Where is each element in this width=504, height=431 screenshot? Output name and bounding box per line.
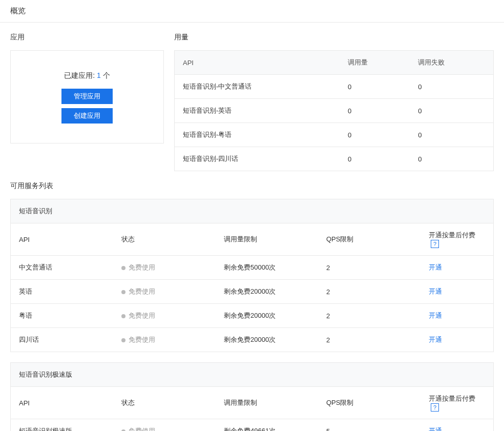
service-group: 短语音识别 API 状态 调用量限制 QPS限制 开通按量后付费? 中文普通话 … (10, 199, 494, 352)
service-cell-action: 开通 (421, 304, 493, 328)
usage-cell-fails: 0 (410, 75, 493, 99)
service-cell-action: 开通 (421, 256, 493, 280)
help-icon[interactable]: ? (431, 240, 439, 248)
service-row: 中文普通话 免费使用 剩余免费50000次 2 开通 (11, 256, 493, 280)
status-dot-icon (121, 429, 125, 431)
page-title: 概览 (0, 0, 504, 23)
service-row: 四川话 免费使用 剩余免费20000次 2 开通 (11, 328, 493, 352)
open-link[interactable]: 开通 (429, 263, 442, 271)
status-text: 免费使用 (129, 312, 155, 319)
status-text: 免费使用 (129, 263, 155, 271)
service-table: API 状态 调用量限制 QPS限制 开通按量后付费? 短语音识别极速版 免费使… (11, 387, 493, 431)
service-group-title: 短语音识别 (11, 199, 493, 223)
service-table: API 状态 调用量限制 QPS限制 开通按量后付费? 中文普通话 免费使用 剩… (11, 223, 493, 352)
usage-cell-fails: 0 (410, 99, 493, 123)
app-count: 已建应用: 1 个 (21, 71, 153, 80)
usage-section-label: 用量 (174, 33, 494, 42)
service-header-qps: QPS限制 (318, 387, 421, 419)
service-cell-limit: 剩余免费50000次 (216, 256, 318, 280)
service-cell-api: 英语 (11, 280, 113, 304)
service-cell-qps: 2 (318, 256, 421, 280)
usage-header-calls: 调用量 (340, 51, 410, 75)
service-header-status: 状态 (113, 223, 216, 256)
service-header-limit: 调用量限制 (216, 223, 318, 256)
usage-cell-api: 短语音识别-英语 (175, 99, 340, 123)
service-cell-action: 开通 (421, 328, 493, 352)
service-cell-qps: 2 (318, 304, 421, 328)
service-header-postpay: 开通按量后付费? (421, 387, 493, 419)
service-cell-status: 免费使用 (113, 280, 216, 304)
manage-app-button[interactable]: 管理应用 (61, 89, 113, 104)
usage-header-fails: 调用失败 (410, 51, 493, 75)
usage-row: 短语音识别-粤语 0 0 (175, 123, 494, 147)
usage-cell-api: 短语音识别-中文普通话 (175, 75, 340, 99)
app-section-label: 应用 (10, 33, 164, 42)
service-cell-api: 短语音识别极速版 (11, 419, 113, 432)
service-cell-qps: 2 (318, 280, 421, 304)
service-cell-api: 粤语 (11, 304, 113, 328)
usage-cell-calls: 0 (340, 75, 410, 99)
service-row: 粤语 免费使用 剩余免费20000次 2 开通 (11, 304, 493, 328)
status-text: 免费使用 (129, 336, 155, 343)
open-link[interactable]: 开通 (429, 336, 442, 343)
service-header-status: 状态 (113, 387, 216, 419)
app-count-label: 已建应用: (64, 71, 95, 79)
service-cell-limit: 剩余免费20000次 (216, 304, 318, 328)
status-text: 免费使用 (129, 288, 155, 295)
service-cell-action: 开通 (421, 280, 493, 304)
status-text: 免费使用 (129, 427, 155, 431)
usage-table: API 调用量 调用失败 短语音识别-中文普通话 0 0 短语音识别-英语 0 … (174, 50, 494, 171)
service-cell-limit: 剩余免费20000次 (216, 280, 318, 304)
service-header-api: API (11, 223, 113, 256)
open-link[interactable]: 开通 (429, 312, 442, 319)
open-link[interactable]: 开通 (429, 288, 442, 295)
help-icon[interactable]: ? (431, 403, 439, 412)
service-cell-status: 免费使用 (113, 419, 216, 432)
service-cell-qps: 5 (318, 419, 421, 432)
status-dot-icon (121, 338, 125, 342)
service-cell-status: 免费使用 (113, 328, 216, 352)
service-row: 短语音识别极速版 免费使用 剩余免费49661次 5 开通 (11, 419, 493, 432)
usage-row: 短语音识别-中文普通话 0 0 (175, 75, 494, 99)
usage-cell-calls: 0 (340, 123, 410, 147)
app-box: 已建应用: 1 个 管理应用 创建应用 (10, 50, 164, 143)
status-dot-icon (121, 314, 125, 318)
usage-cell-api: 短语音识别-四川话 (175, 147, 340, 171)
usage-header-api: API (175, 51, 340, 75)
service-row: 英语 免费使用 剩余免费20000次 2 开通 (11, 280, 493, 304)
usage-row: 短语音识别-英语 0 0 (175, 99, 494, 123)
usage-cell-api: 短语音识别-粤语 (175, 123, 340, 147)
app-count-number: 1 (97, 71, 101, 79)
status-dot-icon (121, 290, 125, 294)
create-app-button[interactable]: 创建应用 (61, 108, 113, 124)
service-cell-status: 免费使用 (113, 256, 216, 280)
services-list-title: 可用服务列表 (0, 181, 504, 199)
service-cell-limit: 剩余免费20000次 (216, 328, 318, 352)
usage-cell-calls: 0 (340, 99, 410, 123)
app-count-unit: 个 (103, 71, 110, 79)
service-header-qps: QPS限制 (318, 223, 421, 256)
service-group-title: 短语音识别极速版 (11, 363, 493, 387)
status-dot-icon (121, 266, 125, 270)
usage-cell-calls: 0 (340, 147, 410, 171)
service-cell-limit: 剩余免费49661次 (216, 419, 318, 432)
open-link[interactable]: 开通 (429, 427, 442, 431)
service-header-limit: 调用量限制 (216, 387, 318, 419)
service-cell-api: 中文普通话 (11, 256, 113, 280)
service-header-api: API (11, 387, 113, 419)
usage-cell-fails: 0 (410, 147, 493, 171)
service-cell-api: 四川话 (11, 328, 113, 352)
service-group: 短语音识别极速版 API 状态 调用量限制 QPS限制 开通按量后付费? 短语音… (10, 362, 494, 431)
usage-row: 短语音识别-四川话 0 0 (175, 147, 494, 171)
service-cell-qps: 2 (318, 328, 421, 352)
service-cell-action: 开通 (421, 419, 493, 432)
service-cell-status: 免费使用 (113, 304, 216, 328)
usage-cell-fails: 0 (410, 123, 493, 147)
service-header-postpay: 开通按量后付费? (421, 223, 493, 256)
